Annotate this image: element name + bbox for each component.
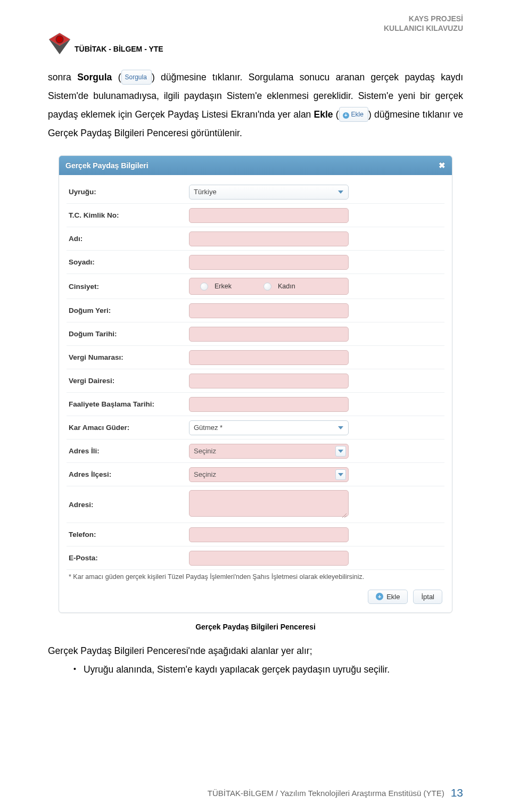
dialog-title: Gerçek Paydaş Bilgileri <box>65 161 149 170</box>
sorgula-button-inline: Sorgula <box>121 70 152 85</box>
dialog-titlebar: Gerçek Paydaş Bilgileri ✖ <box>59 156 452 175</box>
chevron-down-icon <box>335 187 346 197</box>
doc-title: KAYS PROJESİ KULLANICI KILAVUZU <box>384 14 463 33</box>
input-vergidairesi[interactable] <box>189 374 349 388</box>
input-faaliyet[interactable] <box>189 397 349 412</box>
label-telefon: Telefon: <box>67 531 189 538</box>
label-uyrugu: Uyruğu: <box>67 188 189 196</box>
after-paragraph: Gerçek Paydaş Bilgileri Penceresi'nde aş… <box>48 642 463 660</box>
svg-marker-3 <box>338 190 343 194</box>
chevron-down-icon <box>335 446 346 457</box>
radio-cinsiyet[interactable]: Erkek Kadın <box>189 278 349 295</box>
select-karamaci[interactable]: Gütmez * <box>189 420 349 435</box>
ekle-button[interactable]: + Ekle <box>368 590 408 604</box>
svg-marker-5 <box>338 450 343 453</box>
input-telefon[interactable] <box>189 527 349 542</box>
org-name: TÜBİTAK - BİLGEM - YTE <box>75 45 163 55</box>
label-cinsiyet: Cinsiyet: <box>67 283 189 291</box>
input-soyadi[interactable] <box>189 255 349 270</box>
plus-icon: + <box>376 593 383 600</box>
textarea-adresi[interactable] <box>189 490 349 517</box>
label-vergino: Vergi Numarası: <box>67 353 189 361</box>
svg-line-7 <box>342 513 347 518</box>
label-karamaci: Kar Amacı Güder: <box>67 424 189 432</box>
svg-marker-4 <box>338 426 343 429</box>
dialog-gercek-paydas: Gerçek Paydaş Bilgileri ✖ Uyruğu: Türkiy… <box>59 155 452 613</box>
label-eposta: E-Posta: <box>67 554 189 562</box>
select-uyrugu[interactable]: Türkiye <box>189 185 349 200</box>
svg-point-1 <box>56 36 63 43</box>
label-faaliyet: Faaliyete Başlama Tarihi: <box>67 400 189 408</box>
label-tckimlik: T.C. Kimlik No: <box>67 211 189 219</box>
plus-icon: + <box>343 112 349 119</box>
radio-icon[interactable] <box>200 283 208 291</box>
page-footer: TÜBİTAK-BİLGEM / Yazılım Teknolojileri A… <box>48 786 463 799</box>
input-eposta[interactable] <box>189 551 349 566</box>
bullet-item: • Uyruğu alanında, Sistem'e kaydı yapıla… <box>73 660 463 679</box>
label-adi: Adı: <box>67 235 189 243</box>
label-vergidairesi: Vergi Dairesi: <box>67 377 189 385</box>
input-adi[interactable] <box>189 231 349 246</box>
label-adresilcesi: Adres İlçesi: <box>67 470 189 478</box>
dialog-note: * Kar amacı güden gerçek kişileri Tüzel … <box>67 570 444 586</box>
page-header: TÜBİTAK - BİLGEM - YTE KAYS PROJESİ KULL… <box>48 11 463 55</box>
ekle-button-inline: +Ekle <box>339 107 368 122</box>
label-adresi: Adresi: <box>67 501 189 509</box>
resize-icon <box>341 512 347 518</box>
chevron-down-icon <box>335 422 346 433</box>
figure-caption: Gerçek Paydaş Bilgileri Penceresi <box>48 623 463 631</box>
chevron-down-icon <box>335 469 346 480</box>
radio-icon[interactable] <box>263 283 271 291</box>
label-dogumtarihi: Doğum Tarihi: <box>67 330 189 338</box>
input-dogumyeri[interactable] <box>189 303 349 318</box>
input-dogumtarihi[interactable] <box>189 327 349 342</box>
page-number: 13 <box>451 786 463 799</box>
close-icon[interactable]: ✖ <box>439 161 446 170</box>
label-dogumyeri: Doğum Yeri: <box>67 306 189 314</box>
intro-paragraph: sonra Sorgula (Sorgula) düğmesine tıklan… <box>48 68 463 143</box>
select-adresili[interactable]: Seçiniz <box>189 444 349 459</box>
label-adresili: Adres İli: <box>67 447 189 455</box>
select-adresilcesi[interactable]: Seçiniz <box>189 467 349 482</box>
input-vergino[interactable] <box>189 350 349 365</box>
svg-marker-6 <box>338 473 343 476</box>
input-tckimlik[interactable] <box>189 208 349 223</box>
logo-icon <box>48 32 71 55</box>
iptal-button[interactable]: İptal <box>413 590 442 604</box>
svg-line-8 <box>344 516 347 518</box>
label-soyadi: Soyadı: <box>67 258 189 266</box>
